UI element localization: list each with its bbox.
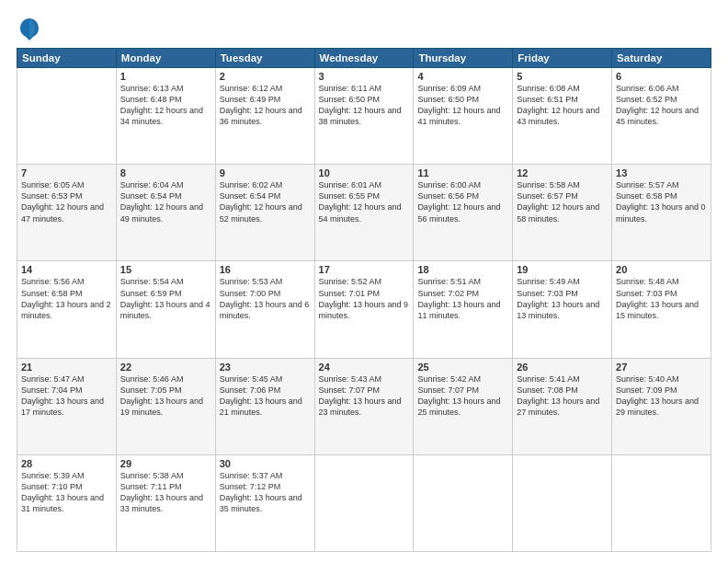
- calendar-cell: 12Sunrise: 5:58 AMSunset: 6:57 PMDayligh…: [513, 165, 612, 261]
- day-number: 23: [220, 362, 311, 373]
- calendar-cell: [414, 454, 513, 551]
- day-info: Sunrise: 5:57 AMSunset: 6:58 PMDaylight:…: [616, 179, 707, 224]
- day-info: Sunrise: 5:58 AMSunset: 6:57 PMDaylight:…: [517, 179, 608, 224]
- calendar-cell: 7Sunrise: 6:05 AMSunset: 6:53 PMDaylight…: [17, 165, 117, 261]
- day-info: Sunrise: 5:40 AMSunset: 7:09 PMDaylight:…: [616, 373, 707, 419]
- day-info: Sunrise: 5:38 AMSunset: 7:11 PMDaylight:…: [120, 470, 211, 515]
- calendar-cell: 25Sunrise: 5:42 AMSunset: 7:07 PMDayligh…: [414, 358, 513, 454]
- day-info: Sunrise: 5:47 AMSunset: 7:04 PMDaylight:…: [21, 373, 112, 419]
- calendar-cell: [314, 454, 414, 551]
- calendar-week-row: 1Sunrise: 6:13 AMSunset: 6:48 PMDaylight…: [17, 68, 711, 165]
- calendar-week-row: 21Sunrise: 5:47 AMSunset: 7:04 PMDayligh…: [17, 358, 711, 454]
- calendar-table: SundayMondayTuesdayWednesdayThursdayFrid…: [17, 48, 711, 552]
- calendar-week-row: 7Sunrise: 6:05 AMSunset: 6:53 PMDaylight…: [17, 165, 711, 261]
- day-number: 20: [616, 264, 707, 275]
- logo: [17, 17, 46, 42]
- calendar-cell: 5Sunrise: 6:08 AMSunset: 6:51 PMDaylight…: [513, 68, 612, 165]
- day-number: 13: [616, 167, 707, 178]
- day-info: Sunrise: 6:00 AMSunset: 6:56 PMDaylight:…: [417, 179, 508, 224]
- day-number: 7: [21, 167, 112, 178]
- day-number: 22: [120, 362, 211, 373]
- weekday-header: Sunday: [17, 49, 117, 68]
- day-info: Sunrise: 5:56 AMSunset: 6:58 PMDaylight:…: [21, 276, 112, 321]
- day-number: 16: [220, 264, 311, 275]
- calendar-cell: 3Sunrise: 6:11 AMSunset: 6:50 PMDaylight…: [314, 68, 414, 165]
- calendar-cell: 21Sunrise: 5:47 AMSunset: 7:04 PMDayligh…: [17, 358, 117, 454]
- day-number: 24: [319, 362, 410, 373]
- logo-icon: [17, 17, 42, 42]
- day-info: Sunrise: 6:06 AMSunset: 6:52 PMDaylight:…: [616, 83, 707, 128]
- calendar-cell: 14Sunrise: 5:56 AMSunset: 6:58 PMDayligh…: [17, 261, 117, 358]
- day-number: 4: [417, 71, 508, 82]
- day-number: 26: [517, 362, 608, 373]
- calendar-cell: [513, 454, 612, 551]
- day-number: 6: [616, 71, 707, 82]
- day-info: Sunrise: 5:54 AMSunset: 6:59 PMDaylight:…: [120, 276, 211, 321]
- weekday-header: Saturday: [612, 49, 711, 68]
- calendar-cell: 1Sunrise: 6:13 AMSunset: 6:48 PMDaylight…: [116, 68, 215, 165]
- calendar-cell: 13Sunrise: 5:57 AMSunset: 6:58 PMDayligh…: [612, 165, 711, 261]
- day-number: 17: [319, 264, 410, 275]
- day-number: 29: [120, 458, 211, 469]
- day-info: Sunrise: 6:13 AMSunset: 6:48 PMDaylight:…: [120, 83, 211, 128]
- day-number: 12: [517, 167, 608, 178]
- day-info: Sunrise: 6:12 AMSunset: 6:49 PMDaylight:…: [220, 83, 311, 128]
- day-info: Sunrise: 5:43 AMSunset: 7:07 PMDaylight:…: [319, 373, 410, 419]
- day-info: Sunrise: 5:39 AMSunset: 7:10 PMDaylight:…: [21, 470, 112, 515]
- calendar-cell: 10Sunrise: 6:01 AMSunset: 6:55 PMDayligh…: [314, 165, 414, 261]
- day-info: Sunrise: 6:08 AMSunset: 6:51 PMDaylight:…: [517, 83, 608, 128]
- day-number: 9: [220, 167, 311, 178]
- day-number: 2: [220, 71, 311, 82]
- calendar-cell: 18Sunrise: 5:51 AMSunset: 7:02 PMDayligh…: [414, 261, 513, 358]
- calendar-cell: [612, 454, 711, 551]
- day-number: 19: [517, 264, 608, 275]
- day-number: 30: [220, 458, 311, 469]
- calendar-cell: 19Sunrise: 5:49 AMSunset: 7:03 PMDayligh…: [513, 261, 612, 358]
- day-number: 27: [616, 362, 707, 373]
- day-info: Sunrise: 5:46 AMSunset: 7:05 PMDaylight:…: [120, 373, 211, 419]
- calendar-cell: 22Sunrise: 5:46 AMSunset: 7:05 PMDayligh…: [116, 358, 215, 454]
- calendar-week-row: 28Sunrise: 5:39 AMSunset: 7:10 PMDayligh…: [17, 454, 711, 551]
- day-info: Sunrise: 5:51 AMSunset: 7:02 PMDaylight:…: [417, 276, 508, 321]
- calendar-cell: 17Sunrise: 5:52 AMSunset: 7:01 PMDayligh…: [314, 261, 414, 358]
- day-info: Sunrise: 5:48 AMSunset: 7:03 PMDaylight:…: [616, 276, 707, 321]
- day-number: 14: [21, 264, 112, 275]
- calendar-cell: 9Sunrise: 6:02 AMSunset: 6:54 PMDaylight…: [215, 165, 314, 261]
- weekday-header: Tuesday: [215, 49, 314, 68]
- day-info: Sunrise: 5:45 AMSunset: 7:06 PMDaylight:…: [220, 373, 311, 419]
- calendar-cell: 30Sunrise: 5:37 AMSunset: 7:12 PMDayligh…: [215, 454, 314, 551]
- calendar-cell: 27Sunrise: 5:40 AMSunset: 7:09 PMDayligh…: [612, 358, 711, 454]
- day-info: Sunrise: 5:49 AMSunset: 7:03 PMDaylight:…: [517, 276, 608, 321]
- calendar-cell: 23Sunrise: 5:45 AMSunset: 7:06 PMDayligh…: [215, 358, 314, 454]
- calendar-cell: 26Sunrise: 5:41 AMSunset: 7:08 PMDayligh…: [513, 358, 612, 454]
- day-number: 11: [417, 167, 508, 178]
- day-number: 3: [319, 71, 410, 82]
- day-number: 28: [21, 458, 112, 469]
- calendar-cell: 29Sunrise: 5:38 AMSunset: 7:11 PMDayligh…: [116, 454, 215, 551]
- weekday-header: Thursday: [414, 49, 513, 68]
- calendar-cell: 28Sunrise: 5:39 AMSunset: 7:10 PMDayligh…: [17, 454, 117, 551]
- calendar-cell: 15Sunrise: 5:54 AMSunset: 6:59 PMDayligh…: [116, 261, 215, 358]
- day-info: Sunrise: 5:53 AMSunset: 7:00 PMDaylight:…: [220, 276, 311, 321]
- day-number: 1: [120, 71, 211, 82]
- day-info: Sunrise: 6:09 AMSunset: 6:50 PMDaylight:…: [417, 83, 508, 128]
- day-number: 18: [417, 264, 508, 275]
- calendar-cell: 8Sunrise: 6:04 AMSunset: 6:54 PMDaylight…: [116, 165, 215, 261]
- day-info: Sunrise: 6:05 AMSunset: 6:53 PMDaylight:…: [21, 179, 112, 224]
- page: SundayMondayTuesdayWednesdayThursdayFrid…: [0, 0, 728, 563]
- calendar-cell: 2Sunrise: 6:12 AMSunset: 6:49 PMDaylight…: [215, 68, 314, 165]
- calendar-cell: 20Sunrise: 5:48 AMSunset: 7:03 PMDayligh…: [612, 261, 711, 358]
- calendar-week-row: 14Sunrise: 5:56 AMSunset: 6:58 PMDayligh…: [17, 261, 711, 358]
- day-number: 5: [517, 71, 608, 82]
- day-info: Sunrise: 5:42 AMSunset: 7:07 PMDaylight:…: [417, 373, 508, 419]
- weekday-header: Wednesday: [314, 49, 414, 68]
- day-info: Sunrise: 5:52 AMSunset: 7:01 PMDaylight:…: [319, 276, 410, 321]
- calendar-cell: 4Sunrise: 6:09 AMSunset: 6:50 PMDaylight…: [414, 68, 513, 165]
- day-info: Sunrise: 6:02 AMSunset: 6:54 PMDaylight:…: [220, 179, 311, 224]
- calendar-cell: 11Sunrise: 6:00 AMSunset: 6:56 PMDayligh…: [414, 165, 513, 261]
- day-info: Sunrise: 5:37 AMSunset: 7:12 PMDaylight:…: [220, 470, 311, 515]
- weekday-header: Friday: [513, 49, 612, 68]
- weekday-header: Monday: [116, 49, 215, 68]
- calendar-cell: 16Sunrise: 5:53 AMSunset: 7:00 PMDayligh…: [215, 261, 314, 358]
- header: [17, 17, 711, 42]
